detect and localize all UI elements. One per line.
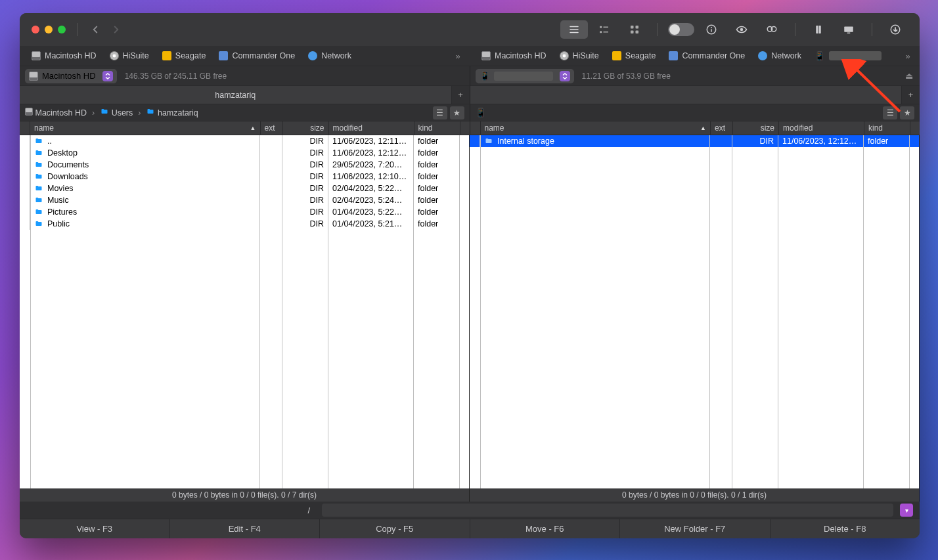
forward-button[interactable] [108,22,124,37]
function-bar: View - F3Edit - F4Copy - F5Move - F6New … [20,519,920,538]
new-tab-left[interactable]: + [451,86,470,104]
file-list-left[interactable]: ..DIR11/06/2023, 12:11…folderDesktopDIR1… [20,135,469,488]
svg-rect-2 [631,26,634,29]
archive-button[interactable] [805,20,832,39]
favorites-button[interactable]: ★ [900,106,914,119]
separator [658,23,658,36]
svg-rect-4 [631,31,634,34]
minimize-window-button[interactable] [45,26,53,33]
locations-overflow[interactable]: » [450,46,466,66]
fn-view[interactable]: View - F3 [20,519,170,538]
location-phone[interactable]: 📱 [808,46,888,66]
command-history-button[interactable]: ▾ [900,504,913,517]
zoom-window-button[interactable] [58,26,66,33]
location-commander-one[interactable]: Commander One [212,46,302,66]
col-size[interactable]: size [283,121,329,135]
drive-bars: Macintosh HD 146.35 GB of 245.11 GB free… [20,66,920,85]
col-name[interactable]: name▲ [481,121,711,135]
separator [795,23,795,36]
location-network[interactable]: Network [302,46,358,66]
file-row[interactable]: ..DIR11/06/2023, 12:11…folder [20,135,469,147]
tab-rows: hamzatariq + + [20,85,920,104]
col-ext[interactable]: ext [261,121,283,135]
file-row[interactable]: DownloadsDIR11/06/2023, 12:10…folder [20,171,469,183]
location-seagate[interactable]: Seagate [606,46,663,66]
history-button[interactable]: ☰ [433,106,447,119]
location-seagate[interactable]: Seagate [156,46,213,66]
svg-rect-14 [847,33,851,34]
search-button[interactable] [758,20,786,39]
back-button[interactable] [87,22,103,37]
col-name[interactable]: name▲ [30,121,261,135]
tab-right[interactable] [470,86,902,104]
command-path: / [26,506,315,515]
command-line: / ▾ [20,502,920,519]
col-ext[interactable]: ext [711,121,733,135]
col-kind[interactable]: kind [414,121,460,135]
col-mod[interactable]: modified [779,121,864,135]
file-row[interactable]: PublicDIR01/04/2023, 5:21…folder [20,218,469,230]
fn-edit[interactable]: Edit - F4 [170,519,321,538]
pane-left: ..DIR11/06/2023, 12:11…folderDesktopDIR1… [20,135,470,502]
drive-name: Macintosh HD [42,71,96,81]
location-macintosh-hd[interactable]: Macintosh HD [25,46,103,66]
col-mod[interactable]: modified [329,121,414,135]
free-space-left: 146.35 GB of 245.11 GB free [125,72,227,81]
info-button[interactable] [698,20,725,39]
separator [78,23,78,36]
file-row[interactable]: DesktopDIR11/06/2023, 12:12…folder [20,147,469,159]
phone-icon: 📱 [476,108,486,118]
status-right: 0 bytes / 0 bytes in 0 / 0 file(s). 0 / … [470,488,919,502]
queue-button[interactable] [882,20,909,39]
history-button[interactable]: ☰ [883,106,897,119]
view-columns-button[interactable] [591,20,618,39]
col-kind[interactable]: kind [864,121,910,135]
close-window-button[interactable] [32,26,39,33]
locations-overflow[interactable]: » [900,46,916,66]
drive-selector-right[interactable]: 📱 [476,69,574,83]
location-network[interactable]: Network [751,46,808,66]
drive-selector-left[interactable]: Macintosh HD [25,69,117,83]
pane-right: Internal storageDIR11/06/2023, 12:12…fol… [470,135,920,502]
fn-new[interactable]: New Folder - F7 [620,519,770,538]
location-macintosh-hd[interactable]: Macintosh HD [475,46,553,66]
new-tab-right[interactable]: + [901,86,920,104]
crumb-segment[interactable]: Macintosh HD [25,108,87,118]
svg-point-7 [711,27,712,28]
col-size[interactable]: size [733,121,779,135]
file-row[interactable]: PicturesDIR01/04/2023, 5:22…folder [20,206,469,218]
column-headers: name▲ ext size modified kind name▲ ext s… [20,121,920,135]
file-list-right[interactable]: Internal storageDIR11/06/2023, 12:12…fol… [470,135,919,488]
locations-bar: Macintosh HDHiSuiteSeagateCommander OneN… [20,46,920,66]
file-row[interactable]: Internal storageDIR11/06/2023, 12:12…fol… [470,135,919,147]
command-input[interactable] [322,504,893,517]
quicklook-button[interactable] [728,20,755,39]
crumb-segment[interactable]: Users [100,108,133,118]
drive-dropdown-icon [102,71,113,81]
window-controls [26,26,71,33]
fn-delete[interactable]: Delete - F8 [770,519,920,538]
location-commander-one[interactable]: Commander One [662,46,751,66]
location-hisuite[interactable]: HiSuite [103,46,156,66]
svg-rect-0 [600,26,602,28]
view-list-button[interactable] [560,20,588,39]
drive-name-redacted [494,72,553,81]
hidden-files-toggle[interactable] [667,20,695,39]
location-hisuite[interactable]: HiSuite [553,46,606,66]
status-left: 0 bytes / 0 bytes in 0 / 0 file(s). 0 / … [20,488,469,502]
favorites-button[interactable]: ★ [450,106,464,119]
phone-icon: 📱 [480,71,490,81]
connections-button[interactable] [835,20,862,39]
svg-rect-3 [636,26,639,29]
file-row[interactable]: MusicDIR02/04/2023, 5:24…folder [20,194,469,206]
eject-button[interactable]: ⏏ [905,71,913,81]
crumb-segment[interactable]: hamzatariq [146,108,198,118]
view-grid-button[interactable] [621,20,648,39]
file-row[interactable]: DocumentsDIR29/05/2023, 7:20…folder [20,159,469,171]
fn-move[interactable]: Move - F6 [470,519,621,538]
tab-left[interactable]: hamzatariq [20,86,451,104]
svg-rect-12 [818,26,819,33]
file-row[interactable]: MoviesDIR02/04/2023, 5:22…folder [20,183,469,194]
fn-copy[interactable]: Copy - F5 [320,519,470,538]
file-panes: ..DIR11/06/2023, 12:11…folderDesktopDIR1… [20,135,920,502]
